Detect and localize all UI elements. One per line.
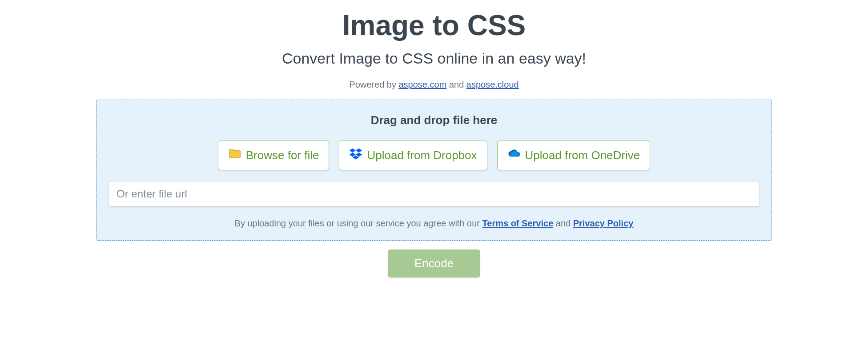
page-title: Image to CSS	[96, 9, 772, 42]
upload-onedrive-button[interactable]: Upload from OneDrive	[497, 141, 651, 170]
powered-prefix: Powered by	[349, 80, 398, 89]
upload-onedrive-label: Upload from OneDrive	[525, 149, 640, 162]
folder-icon	[228, 147, 241, 164]
drop-text: Drag and drop file here	[108, 113, 760, 127]
upload-dropbox-label: Upload from Dropbox	[367, 149, 477, 162]
powered-mid: and	[446, 80, 466, 89]
privacy-policy-link[interactable]: Privacy Policy	[573, 218, 634, 228]
browse-file-button[interactable]: Browse for file	[218, 141, 330, 170]
agree-mid: and	[553, 218, 573, 228]
upload-buttons-row: Browse for file Upload from Dropbox	[108, 141, 760, 170]
encode-button[interactable]: Encode	[388, 249, 480, 278]
powered-by-text: Powered by aspose.com and aspose.cloud	[96, 80, 772, 90]
file-dropzone[interactable]: Drag and drop file here Browse for file …	[96, 100, 772, 241]
file-url-input[interactable]	[108, 181, 760, 207]
dropbox-icon	[349, 147, 362, 164]
agree-prefix: By uploading your files or using our ser…	[235, 218, 482, 228]
agreement-text: By uploading your files or using our ser…	[108, 218, 760, 229]
terms-of-service-link[interactable]: Terms of Service	[482, 218, 554, 228]
page-subtitle: Convert Image to CSS online in an easy w…	[96, 50, 772, 67]
aspose-cloud-link[interactable]: aspose.cloud	[466, 80, 519, 89]
browse-file-label: Browse for file	[246, 149, 319, 162]
onedrive-icon	[507, 147, 521, 164]
aspose-com-link[interactable]: aspose.com	[398, 80, 446, 89]
upload-dropbox-button[interactable]: Upload from Dropbox	[339, 141, 487, 170]
